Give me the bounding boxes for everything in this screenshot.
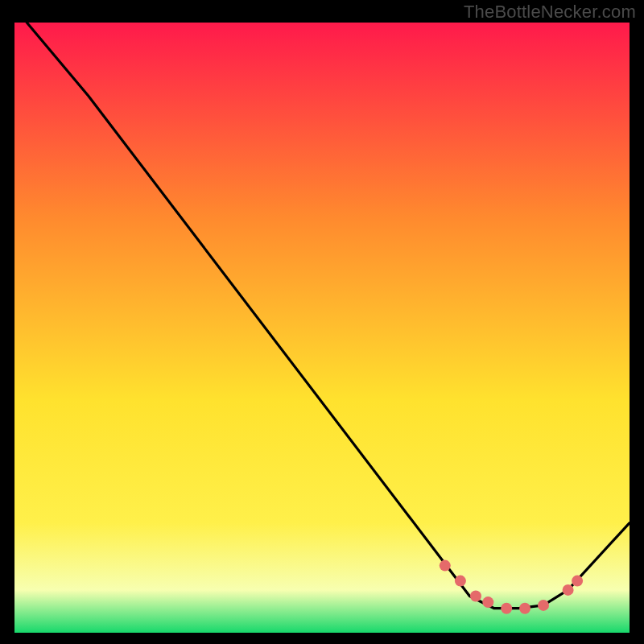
- chart-frame: TheBottleNecker.com: [0, 0, 644, 644]
- curve-marker: [440, 560, 451, 572]
- curve-marker: [572, 576, 583, 587]
- curve-marker: [538, 600, 549, 611]
- attribution-text: TheBottleNecker.com: [464, 2, 636, 23]
- chart-gradient-background: [14, 23, 630, 633]
- bottleneck-chart: [14, 23, 630, 633]
- curve-marker: [455, 576, 466, 587]
- curve-marker: [519, 603, 530, 614]
- curve-marker: [563, 584, 574, 596]
- curve-marker: [470, 591, 481, 602]
- curve-marker: [482, 597, 493, 608]
- curve-marker: [501, 603, 512, 614]
